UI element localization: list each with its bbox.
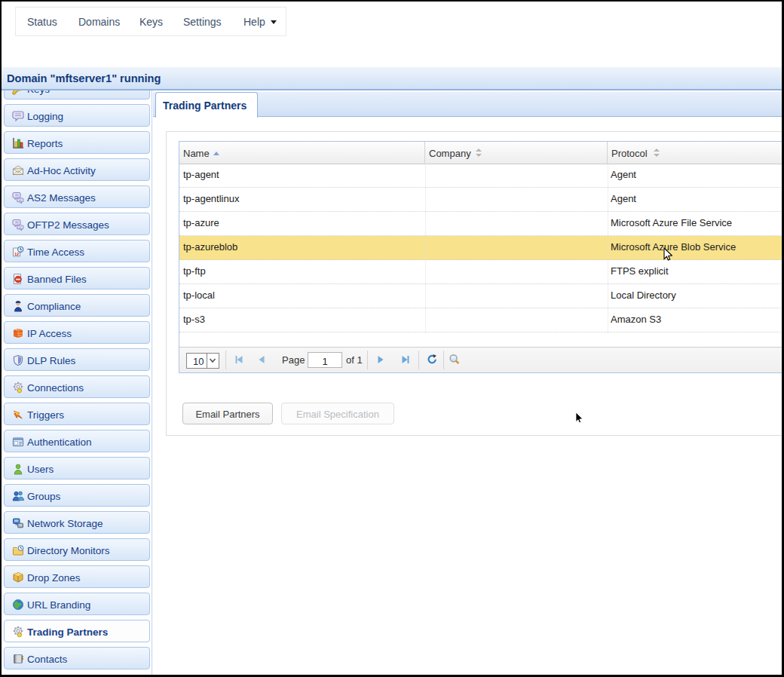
- svg-text:12: 12: [14, 252, 19, 256]
